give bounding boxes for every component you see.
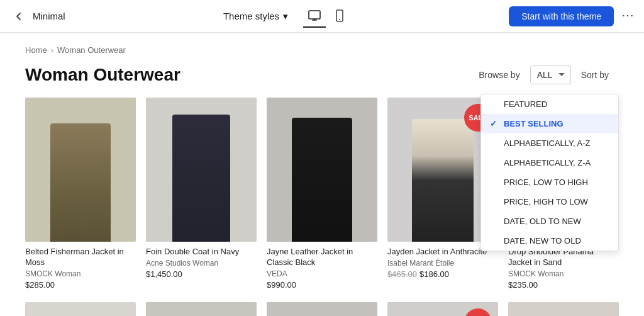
product-brand: VEDA <box>267 269 377 278</box>
product-image-wrapper <box>25 98 136 242</box>
breadcrumb-home[interactable]: Home <box>25 45 47 55</box>
sale-price: $186.00 <box>419 269 449 279</box>
svg-rect-0 <box>309 11 320 19</box>
sort-option-alpha-asc[interactable]: ALPHABETICALLY, A-Z <box>481 133 618 153</box>
browse-by-label: Browse by <box>479 70 519 80</box>
sort-option-price-high-low[interactable]: PRICE, HIGH TO LOW <box>481 192 618 212</box>
product-card-bottom[interactable]: SALE <box>387 302 498 316</box>
browse-by-select[interactable]: ALL <box>530 65 571 84</box>
sort-option-date-old-new[interactable]: DATE, OLD TO NEW <box>481 212 618 231</box>
sort-option-label: DATE, NEW TO OLD <box>504 236 581 245</box>
sort-option-label: PRICE, LOW TO HIGH <box>504 178 588 187</box>
product-brand: SMOCK Woman <box>508 269 619 278</box>
more-options-button[interactable]: ⋯ <box>621 8 634 23</box>
sort-option-label: ALPHABETICALLY, Z-A <box>504 158 591 167</box>
product-price: $235.00 <box>508 280 619 290</box>
product-image-wrapper <box>146 98 257 242</box>
sort-option-label: ALPHABETICALLY, A-Z <box>504 138 591 148</box>
product-card[interactable]: Belted Fisherman Jacket in Moss SMOCK Wo… <box>25 98 136 290</box>
filter-sort-controls: Browse by ALL Sort by FEATURED✓BEST SELL… <box>479 65 619 84</box>
sort-option-featured[interactable]: FEATURED <box>481 94 618 114</box>
desktop-view-button[interactable] <box>303 5 326 28</box>
product-price: $990.00 <box>267 280 377 290</box>
product-card-bottom[interactable] <box>508 302 619 316</box>
product-image <box>508 302 619 316</box>
product-name: Belted Fisherman Jacket in Moss <box>25 247 136 268</box>
nav-center: Theme styles ▾ <box>223 5 351 28</box>
sort-option-label: PRICE, HIGH TO LOW <box>504 197 588 206</box>
sort-option-price-low-high[interactable]: PRICE, LOW TO HIGH <box>481 172 618 192</box>
product-brand: Acne Studios Woman <box>146 259 257 268</box>
theme-styles-button[interactable]: Theme styles ▾ <box>223 11 288 22</box>
product-price: $465.00$186.00 <box>387 269 498 279</box>
product-image-wrapper <box>25 302 136 316</box>
product-name: Jayne Leather Jacket in Classic Black <box>267 247 377 268</box>
nav-left: Minimal <box>10 8 65 25</box>
original-price: $465.00 <box>387 269 417 279</box>
regular-price: $1,450.00 <box>146 269 182 279</box>
sort-by-label: Sort by <box>581 70 609 80</box>
site-title: Minimal <box>33 11 65 21</box>
product-image <box>25 302 136 316</box>
product-image <box>267 98 377 242</box>
product-figure <box>172 115 230 241</box>
regular-price: $285.00 <box>25 280 55 290</box>
product-image <box>267 302 377 316</box>
product-image-wrapper <box>146 302 257 316</box>
product-brand: SMOCK Woman <box>25 269 136 278</box>
main-content: Home › Woman Outerwear Woman Outerwear B… <box>0 33 644 316</box>
back-button[interactable] <box>10 8 28 25</box>
regular-price: $990.00 <box>267 280 296 290</box>
product-card-bottom[interactable] <box>25 302 136 316</box>
product-figure <box>412 119 474 241</box>
sort-option-label: DATE, OLD TO NEW <box>504 217 581 226</box>
product-image-wrapper <box>267 98 377 242</box>
svg-point-4 <box>339 19 340 20</box>
sort-option-alpha-desc[interactable]: ALPHABETICALLY, Z-A <box>481 153 618 172</box>
page-title: Woman Outerwear <box>25 65 180 85</box>
device-icons <box>303 5 351 28</box>
product-image <box>146 302 257 316</box>
product-grid-bottom: SALE <box>25 302 619 316</box>
sort-dropdown: FEATURED✓BEST SELLINGALPHABETICALLY, A-Z… <box>480 94 619 251</box>
page-header: Woman Outerwear Browse by ALL Sort by FE… <box>25 65 619 85</box>
product-image-wrapper <box>508 302 619 316</box>
start-theme-button[interactable]: Start with this theme <box>509 6 614 26</box>
product-card-bottom[interactable] <box>267 302 377 316</box>
product-card[interactable]: Foin Double Coat in Navy Acne Studios Wo… <box>146 98 257 290</box>
product-brand: Isabel Marant Étoile <box>387 259 498 268</box>
product-figure <box>50 123 111 242</box>
product-card[interactable]: Jayne Leather Jacket in Classic Black VE… <box>267 98 377 290</box>
product-image <box>146 98 257 242</box>
product-card-bottom[interactable] <box>146 302 257 316</box>
sort-option-best-selling[interactable]: ✓BEST SELLING <box>481 114 618 133</box>
nav-right: Start with this theme ⋯ <box>509 6 634 26</box>
breadcrumb: Home › Woman Outerwear <box>25 45 619 55</box>
sort-option-label: BEST SELLING <box>504 119 564 128</box>
sort-option-label: FEATURED <box>504 99 547 109</box>
chevron-down-icon: ▾ <box>283 11 288 22</box>
product-image-wrapper: SALE <box>387 302 498 316</box>
product-price: $285.00 <box>25 280 136 290</box>
breadcrumb-current: Woman Outerwear <box>57 45 126 55</box>
theme-styles-label: Theme styles <box>223 11 279 21</box>
regular-price: $235.00 <box>508 280 538 290</box>
product-image <box>25 98 136 242</box>
product-price: $1,450.00 <box>146 269 257 279</box>
check-icon: ✓ <box>490 119 499 128</box>
top-nav: Minimal Theme styles ▾ Start with this t… <box>0 0 644 33</box>
product-figure <box>292 118 352 242</box>
breadcrumb-separator: › <box>51 45 53 55</box>
product-image-wrapper <box>267 302 377 316</box>
product-name: Foin Double Coat in Navy <box>146 247 257 257</box>
sort-option-date-new-old[interactable]: DATE, NEW TO OLD <box>481 231 618 251</box>
mobile-view-button[interactable] <box>328 5 351 28</box>
